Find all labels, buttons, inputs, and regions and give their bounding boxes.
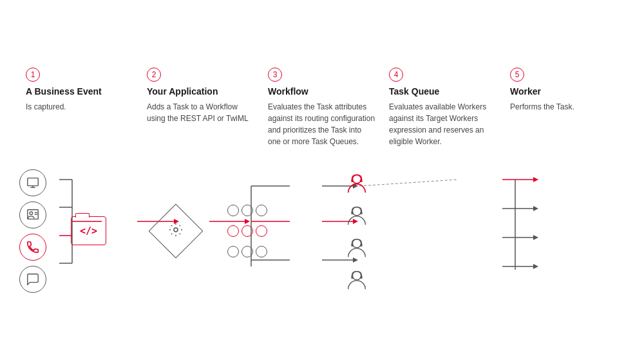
- svg-line-25: [359, 180, 457, 186]
- step-3-title: Workflow: [268, 86, 376, 97]
- worker-4-icon: [345, 267, 369, 292]
- worker-2-avatar: [345, 203, 369, 227]
- step-1-col: 1 A Business Event Is captured.: [19, 68, 140, 147]
- step-3-number: 3: [268, 68, 282, 82]
- worker-3-icon: [345, 235, 369, 259]
- svg-point-48: [352, 239, 361, 247]
- svg-point-51: [352, 271, 361, 279]
- svg-marker-33: [533, 264, 538, 269]
- worker-3-avatar: [345, 235, 369, 259]
- svg-rect-44: [361, 179, 363, 182]
- worker-1-avatar: [345, 171, 369, 195]
- svg-rect-50: [361, 243, 363, 247]
- step-5-desc: Performs the Task.: [510, 101, 618, 113]
- svg-marker-27: [533, 177, 538, 182]
- events-column: [19, 169, 46, 293]
- queue-circle-1c: [256, 205, 267, 216]
- svg-marker-29: [533, 206, 538, 211]
- diagram-section: </>: [19, 167, 625, 295]
- step-4-desc: Evaluates available Workers against its …: [389, 101, 497, 147]
- svg-rect-49: [351, 243, 353, 247]
- step-2-col: 2 Your Application Adds a Task to a Work…: [140, 68, 261, 147]
- app-box-label: </>: [80, 225, 97, 237]
- step-2-number: 2: [147, 68, 161, 82]
- workers-column: [345, 171, 369, 292]
- svg-point-41: [174, 228, 178, 232]
- svg-rect-46: [351, 211, 353, 214]
- step-1-title: A Business Event: [26, 86, 134, 97]
- svg-point-42: [352, 174, 361, 183]
- queue-circle-1b: [242, 205, 253, 216]
- queue-circle-2c: [256, 225, 267, 237]
- svg-rect-52: [351, 275, 353, 279]
- worker-1-icon: [345, 171, 369, 195]
- svg-rect-34: [28, 178, 39, 185]
- svg-marker-31: [533, 235, 538, 240]
- worker-2-icon: [345, 203, 369, 227]
- step-2-title: Your Application: [147, 86, 255, 97]
- step-4-title: Task Queue: [389, 86, 497, 97]
- step-5-title: Worker: [510, 86, 618, 97]
- queue-circle-2b: [242, 225, 253, 237]
- queue-circle-3a: [227, 246, 239, 257]
- screen-event-icon: [19, 169, 46, 196]
- workflow-diamond-inner: [168, 222, 184, 240]
- chat-event-icon: [19, 266, 46, 293]
- worker-4-avatar: [345, 267, 369, 292]
- svg-rect-43: [351, 179, 353, 182]
- queue-rows: [227, 205, 267, 257]
- step-2-desc: Adds a Task to a Workflow using the REST…: [147, 101, 255, 124]
- queue-row-top: [227, 205, 267, 216]
- step-3-col: 3 Workflow Evaluates the Task attributes…: [261, 68, 383, 147]
- app-column: </>: [66, 216, 111, 245]
- svg-rect-53: [361, 275, 363, 279]
- contact-event-icon: [19, 201, 46, 228]
- phone-event-icon: [19, 234, 46, 261]
- step-3-desc: Evaluates the Task attributes against it…: [268, 101, 376, 147]
- step-1-desc: Is captured.: [26, 101, 134, 113]
- svg-point-45: [352, 207, 361, 215]
- workflow-column: [150, 212, 202, 250]
- step-5-col: 5 Worker Performs the Task.: [504, 68, 625, 147]
- queue-row-middle: [227, 225, 267, 237]
- queue-circle-3c: [256, 246, 267, 257]
- workflow-diamond: [149, 203, 204, 258]
- step-1-number: 1: [26, 68, 40, 82]
- diagram-wrapper: 1 A Business Event Is captured. 2 Your A…: [13, 55, 631, 308]
- queue-row-bottom: [227, 246, 267, 257]
- queue-circle-1a: [227, 205, 239, 216]
- queue-circle-2a: [227, 225, 239, 237]
- svg-point-38: [30, 212, 33, 215]
- step-4-number: 4: [389, 68, 403, 82]
- top-section: 1 A Business Event Is captured. 2 Your A…: [19, 68, 625, 147]
- queue-circle-3b: [242, 246, 253, 257]
- queues-column: [227, 205, 267, 257]
- app-box: </>: [71, 216, 106, 245]
- svg-rect-47: [361, 211, 363, 214]
- step-5-number: 5: [510, 68, 524, 82]
- step-4-col: 4 Task Queue Evaluates available Workers…: [383, 68, 504, 147]
